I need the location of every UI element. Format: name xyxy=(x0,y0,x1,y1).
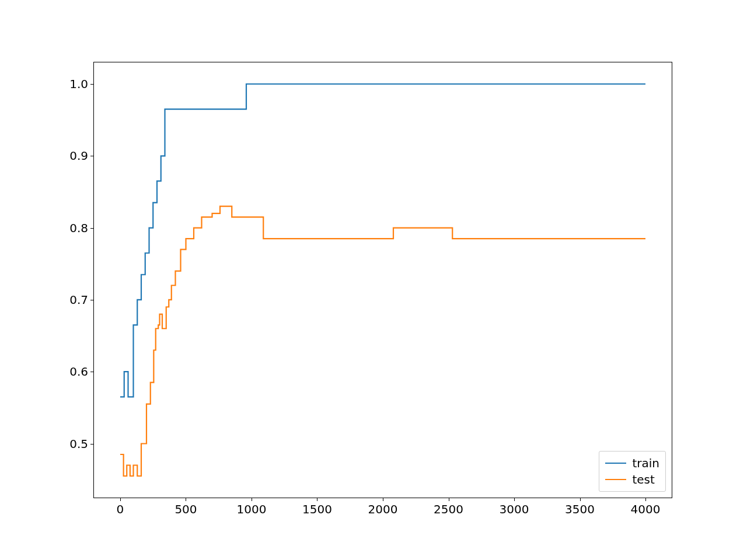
ytick-label: 0.5 xyxy=(69,437,88,451)
legend: train test xyxy=(599,451,666,492)
ytick-label: 1.0 xyxy=(69,77,88,91)
legend-label: train xyxy=(632,456,659,470)
xtick-label: 1000 xyxy=(237,502,267,516)
xtick-mark xyxy=(449,498,449,501)
ytick-label: 0.6 xyxy=(69,365,88,379)
figure: 0 500 1000 1500 2000 2500 3000 3500 4000… xyxy=(0,0,747,560)
xtick-label: 3500 xyxy=(565,502,595,516)
legend-label: test xyxy=(632,473,654,487)
xtick-mark xyxy=(317,498,317,501)
legend-swatch-train xyxy=(605,463,626,464)
legend-swatch-test xyxy=(605,479,626,480)
ytick-label: 0.7 xyxy=(69,293,88,307)
line-test xyxy=(120,206,645,476)
plot-area xyxy=(94,62,672,498)
xtick-mark xyxy=(580,498,581,501)
xtick-label: 500 xyxy=(174,502,197,516)
xtick-mark xyxy=(645,498,646,501)
legend-item-test: test xyxy=(605,471,659,488)
xtick-label: 0 xyxy=(117,502,124,516)
line-train xyxy=(120,84,645,397)
xtick-label: 3000 xyxy=(500,502,529,516)
legend-item-train: train xyxy=(605,455,659,471)
xtick-label: 2500 xyxy=(434,502,463,516)
xtick-mark xyxy=(120,498,121,501)
ytick-label: 0.9 xyxy=(69,149,88,163)
axes: 0 500 1000 1500 2000 2500 3000 3500 4000… xyxy=(93,62,672,498)
xtick-mark xyxy=(383,498,383,501)
xtick-label: 1500 xyxy=(302,502,332,516)
xtick-label: 4000 xyxy=(631,502,661,516)
xtick-mark xyxy=(514,498,515,501)
ytick-label: 0.8 xyxy=(69,221,88,235)
xtick-label: 2000 xyxy=(368,502,398,516)
xtick-mark xyxy=(252,498,252,501)
xtick-mark xyxy=(186,498,186,501)
